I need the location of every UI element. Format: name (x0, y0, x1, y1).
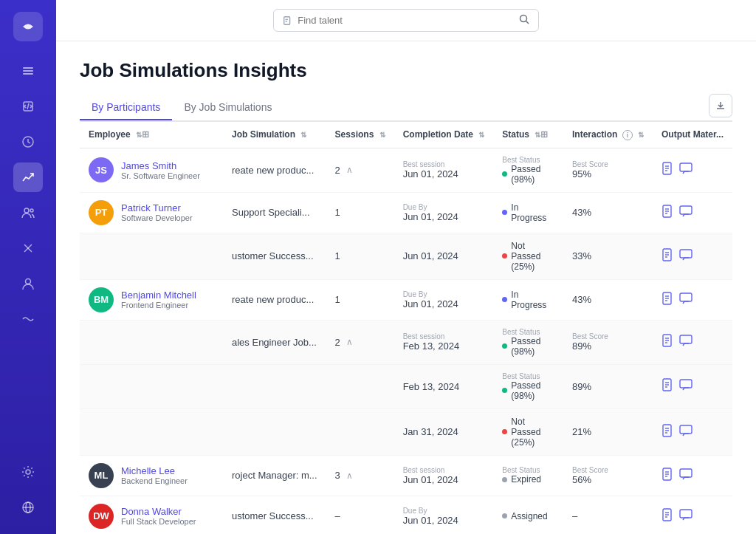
col-completion-date[interactable]: Completion Date ⇅ (394, 122, 494, 148)
table-row: Feb 13, 2024Best StatusPassed (98%)89% (80, 364, 732, 408)
tool-icon[interactable] (13, 233, 43, 263)
search-button[interactable] (519, 14, 529, 27)
employee-cell: BM Benjamin Mitchell Frontend Engineer (89, 287, 214, 312)
document-icon[interactable] (662, 292, 673, 308)
chat-icon[interactable] (679, 468, 693, 483)
date-cell: Jun 01, 2024 (394, 233, 494, 279)
table-row: PT Patrick Turner Software Developer Sup… (80, 192, 732, 233)
col-job-sim[interactable]: Job Simulation ⇅ (223, 122, 326, 148)
search-input[interactable] (298, 15, 513, 26)
svg-rect-33 (680, 250, 692, 258)
svg-rect-63 (680, 510, 692, 518)
document-icon[interactable] (662, 205, 673, 221)
chart-icon[interactable] (13, 162, 43, 192)
employee-name[interactable]: Patrick Turner (121, 202, 193, 213)
chat-icon[interactable] (679, 425, 693, 439)
svg-rect-43 (680, 335, 692, 343)
date-value: Jun 01, 2024 (403, 168, 485, 179)
svg-rect-14 (284, 16, 290, 24)
document-icon[interactable] (662, 424, 673, 440)
status-text: Assigned (511, 511, 547, 521)
score-value: 43% (572, 294, 644, 305)
status-text: Passed (98%) (511, 380, 554, 401)
status-badge: Passed (98%) (502, 380, 554, 401)
col-sessions[interactable]: Sessions ⇅ (326, 122, 394, 148)
score-cell: Best Score95% (563, 148, 653, 192)
svg-point-10 (26, 470, 30, 474)
chat-icon[interactable] (679, 509, 693, 524)
date-value: Jun 01, 2024 (403, 211, 485, 222)
status-cell: Best StatusPassed (98%) (493, 148, 563, 192)
app-logo[interactable] (13, 12, 43, 41)
chat-icon[interactable] (679, 249, 693, 264)
score-cell: 43% (563, 192, 653, 233)
svg-rect-38 (680, 293, 692, 301)
sessions-count: 3 (335, 470, 340, 481)
document-icon[interactable] (662, 334, 673, 350)
settings-icon[interactable] (13, 457, 43, 487)
score-cell: 89% (563, 364, 653, 408)
score-value: 33% (572, 250, 644, 261)
person-icon[interactable] (13, 269, 43, 298)
chat-icon[interactable] (679, 162, 693, 177)
document-icon[interactable] (662, 468, 673, 484)
svg-point-6 (30, 209, 33, 212)
chat-icon[interactable] (679, 205, 693, 220)
actions-cell (653, 192, 732, 233)
date-cell: Due ByJun 01, 2024 (394, 279, 494, 320)
document-icon[interactable] (662, 508, 673, 524)
document-icon[interactable] (662, 378, 673, 394)
document-icon[interactable] (662, 248, 673, 264)
col-status[interactable]: Status ⇅⊞ (493, 122, 563, 148)
doc-icon (283, 16, 292, 26)
employee-role: Sr. Software Engineer (121, 171, 200, 180)
search-bar[interactable] (273, 9, 539, 32)
list-icon[interactable] (13, 56, 43, 86)
sessions-cell: 2∧ (326, 320, 394, 364)
svg-point-9 (26, 279, 31, 284)
employee-name[interactable]: Donna Walker (121, 506, 196, 517)
tab-by-job-simulations[interactable]: By Job Simulations (172, 95, 284, 120)
people-icon[interactable] (13, 198, 43, 227)
employee-role: Backend Engineer (121, 476, 188, 485)
col-employee[interactable]: Employee ⇅⊞ (80, 122, 223, 148)
job-sim-cell: reate new produc... (223, 279, 326, 320)
chat-icon[interactable] (679, 379, 693, 394)
score-cell: – (563, 496, 653, 534)
clock-icon[interactable] (13, 127, 43, 157)
status-text: Not Passed (25%) (511, 241, 554, 272)
date-label: Best session (403, 466, 485, 474)
date-value: Jun 01, 2024 (403, 474, 485, 485)
date-cell: Feb 13, 2024 (394, 364, 494, 408)
waves-icon[interactable] (13, 304, 43, 334)
employee-name[interactable]: Michelle Lee (121, 465, 188, 476)
employee-name[interactable]: Benjamin Mitchell (121, 290, 196, 301)
col-interaction[interactable]: Interaction i ⇅ (563, 122, 653, 148)
expand-button[interactable]: ∧ (346, 165, 353, 175)
status-cell: Best StatusPassed (98%) (493, 364, 563, 408)
chat-icon[interactable] (679, 292, 693, 307)
date-cell: Jan 31, 2024 (394, 408, 494, 455)
date-label: Due By (403, 203, 485, 211)
tab-by-participants[interactable]: By Participants (80, 95, 172, 120)
score-value: – (572, 510, 644, 521)
avatar: JS (89, 157, 114, 182)
sessions-cell: 1 (326, 279, 394, 320)
employee-cell: DW Donna Walker Full Stack Developer (89, 504, 214, 529)
table-row: ustomer Success...1Jun 01, 2024Not Passe… (80, 233, 732, 279)
status-badge: In Progress (502, 202, 554, 223)
score-value: 89% (572, 340, 644, 352)
code-icon[interactable] (13, 92, 43, 121)
status-text: Passed (98%) (511, 336, 554, 357)
expand-button[interactable]: ∧ (346, 470, 353, 481)
date-cell: Due ByJun 01, 2024 (394, 496, 494, 534)
download-button[interactable] (709, 94, 732, 117)
table-container: Employee ⇅⊞ Job Simulation ⇅ Sessions ⇅ … (80, 122, 732, 534)
globe-icon[interactable] (13, 493, 43, 522)
score-value: 21% (572, 426, 644, 437)
employee-name[interactable]: James Smith (121, 160, 200, 171)
expand-button[interactable]: ∧ (346, 337, 353, 347)
date-value: Jun 01, 2024 (403, 515, 485, 526)
chat-icon[interactable] (679, 335, 693, 349)
document-icon[interactable] (662, 162, 673, 178)
